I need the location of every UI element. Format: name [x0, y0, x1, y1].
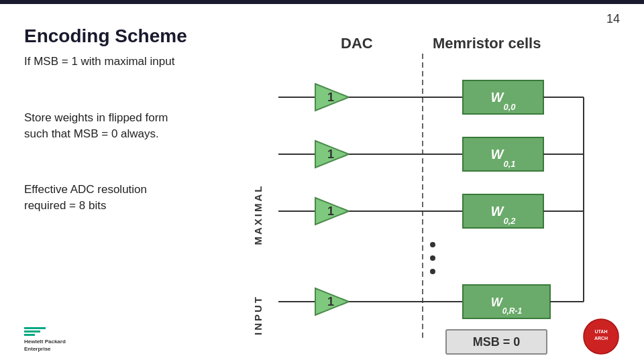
- svg-text:ARCH: ARCH: [594, 336, 608, 341]
- utah-arch-logo: UTAH ARCH: [583, 318, 620, 355]
- svg-point-12: [430, 242, 435, 247]
- diagram-svg: DAC Memristor cells MAXIMAL INPUT 1 W0,0: [241, 20, 631, 355]
- diagram-panel: DAC Memristor cells MAXIMAL INPUT 1 W0,0: [241, 20, 631, 355]
- text-block-3: Effective ADC resolution required = 8 bi…: [24, 182, 279, 214]
- utah-svg: UTAH ARCH: [583, 318, 620, 355]
- hpe-bar-3: [24, 334, 35, 336]
- hpe-text: Hewlett Packard Enterprise: [24, 339, 66, 353]
- maximal-label: MAXIMAL: [252, 184, 264, 245]
- svg-text:UTAH: UTAH: [595, 329, 608, 334]
- triangle-3-label: 1: [327, 204, 334, 218]
- top-border: [0, 0, 644, 4]
- memristor-label: Memristor cells: [433, 35, 541, 52]
- left-panel: If MSB = 1 with maximal input Store weig…: [24, 54, 279, 229]
- text-block-2-line2: such that MSB = 0 always.: [24, 126, 279, 142]
- slide-container: 14 Encoding Scheme If MSB = 1 with maxim…: [0, 0, 644, 362]
- hpe-bar-2: [24, 330, 40, 333]
- svg-point-13: [430, 255, 435, 261]
- triangle-1-label: 1: [327, 90, 334, 104]
- text-block-1: If MSB = 1 with maximal input: [24, 54, 279, 70]
- hpe-bar-1: [24, 327, 46, 329]
- dac-label: DAC: [341, 35, 373, 52]
- footer-hpe: Hewlett Packard Enterprise: [24, 327, 66, 353]
- text-block-2-line1: Store weights in flipped form: [24, 110, 279, 126]
- text-block-3-line1: Effective ADC resolution: [24, 182, 279, 198]
- svg-point-14: [430, 269, 435, 274]
- text-block-3-line2: required = 8 bits: [24, 198, 279, 214]
- text-block-1-text: If MSB = 1 with maximal input: [24, 54, 279, 70]
- text-block-2: Store weights in flipped form such that …: [24, 110, 279, 142]
- triangle-4-label: 1: [327, 295, 334, 308]
- input-label: INPUT: [252, 295, 264, 335]
- msb-label: MSB = 0: [473, 335, 521, 349]
- triangle-2-label: 1: [327, 147, 334, 161]
